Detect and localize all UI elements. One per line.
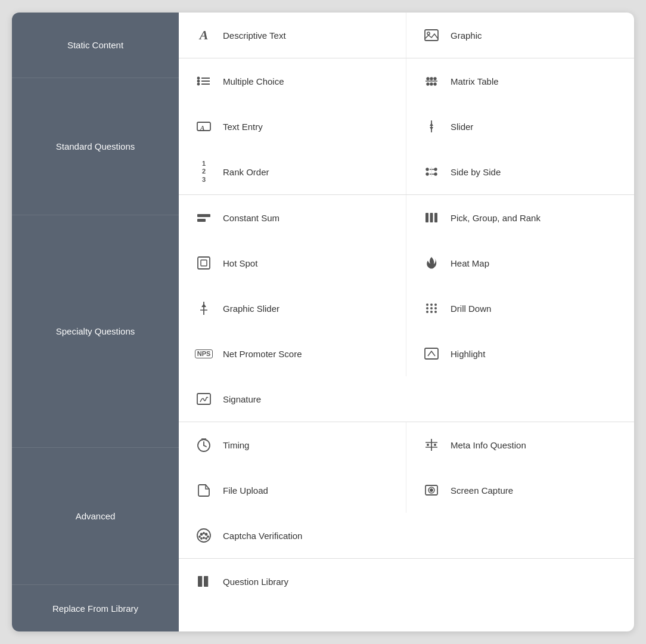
- svg-point-40: [426, 307, 428, 309]
- svg-rect-33: [201, 260, 207, 266]
- label-heat-map: Heat Map: [451, 258, 489, 268]
- fileupload-icon: [193, 479, 215, 501]
- item-pick-group-rank[interactable]: Pick, Group, and Rank: [406, 195, 634, 240]
- item-net-promoter-score[interactable]: NPS Net Promoter Score: [179, 331, 406, 376]
- label-side-by-side: Side by Side: [451, 167, 501, 177]
- svg-point-9: [430, 78, 433, 80]
- rank-icon: 123: [193, 161, 215, 182]
- svg-point-68: [203, 532, 204, 534]
- svg-point-61: [201, 534, 203, 535]
- item-descriptive-text[interactable]: A Descriptive Text: [179, 13, 406, 58]
- graphicslider-icon: [193, 298, 215, 319]
- svg-point-56: [434, 444, 436, 446]
- label-rank-order: Rank Order: [223, 167, 269, 177]
- item-graphic[interactable]: Graphic: [406, 13, 634, 58]
- svg-point-20: [426, 168, 428, 171]
- svg-point-6: [198, 80, 200, 82]
- main-panel: Static Content Standard Questions Specia…: [12, 13, 634, 631]
- item-captcha-verification[interactable]: Captcha Verification: [179, 513, 634, 558]
- flame-icon: [421, 252, 442, 274]
- svg-point-41: [430, 307, 433, 309]
- svg-point-64: [203, 537, 204, 538]
- svg-point-26: [434, 173, 437, 175]
- sidebar-section-specialty-questions: Specialty Questions: [12, 215, 179, 448]
- label-text-entry: Text Entry: [223, 122, 263, 132]
- svg-rect-46: [425, 348, 438, 359]
- list-icon: [193, 70, 215, 92]
- sidebar-section-replace: Replace From Library: [12, 585, 179, 631]
- label-pick-group-rank: Pick, Group, and Rank: [451, 213, 541, 223]
- item-signature[interactable]: Signature: [179, 376, 634, 422]
- label-constant-sum: Constant Sum: [223, 213, 279, 223]
- signature-icon: [193, 388, 215, 410]
- svg-point-5: [198, 78, 200, 79]
- font-icon: A: [193, 24, 215, 46]
- label-drill-down: Drill Down: [451, 304, 491, 314]
- item-hot-spot[interactable]: Hot Spot: [179, 240, 406, 286]
- section-replace-library: Question Library: [179, 559, 634, 604]
- svg-rect-28: [197, 219, 206, 222]
- svg-point-60: [197, 529, 210, 542]
- svg-rect-27: [197, 214, 210, 217]
- item-heat-map[interactable]: Heat Map: [406, 240, 634, 286]
- svg-point-8: [427, 78, 429, 80]
- svg-point-59: [430, 489, 433, 491]
- item-graphic-slider[interactable]: Graphic Slider: [179, 286, 406, 331]
- item-file-upload[interactable]: File Upload: [179, 467, 406, 513]
- svg-point-44: [430, 311, 433, 313]
- books-icon: [193, 571, 215, 592]
- label-net-promoter-score: Net Promoter Score: [223, 349, 302, 359]
- section-advanced: Timing Meta Info Question: [179, 422, 634, 559]
- label-file-upload: File Upload: [223, 485, 268, 496]
- svg-rect-29: [426, 213, 428, 222]
- svg-point-55: [427, 444, 429, 446]
- bars-icon: [421, 207, 442, 228]
- content-area: A Descriptive Text Graphic: [179, 13, 634, 631]
- timing-icon: [193, 434, 215, 456]
- item-highlight[interactable]: Highlight: [406, 331, 634, 376]
- item-rank-order[interactable]: 123 Rank Order: [179, 149, 406, 194]
- section-standard-questions: Multiple Choice Matrix Table: [179, 58, 634, 195]
- item-multiple-choice[interactable]: Multiple Choice: [179, 58, 406, 104]
- item-matrix-table[interactable]: Matrix Table: [406, 58, 634, 104]
- svg-rect-31: [434, 213, 437, 222]
- captcha-icon: [193, 525, 215, 546]
- label-descriptive-text: Descriptive Text: [223, 30, 286, 41]
- svg-rect-0: [425, 30, 438, 41]
- item-meta-info-question[interactable]: Meta Info Question: [406, 422, 634, 467]
- item-question-library[interactable]: Question Library: [179, 559, 634, 604]
- label-graphic: Graphic: [451, 30, 482, 41]
- svg-line-50: [204, 445, 206, 447]
- svg-point-7: [198, 83, 200, 85]
- sidebar-section-standard-questions: Standard Questions: [12, 78, 179, 215]
- svg-marker-18: [430, 123, 433, 126]
- item-text-entry[interactable]: A Text Entry: [179, 104, 406, 149]
- label-captcha-verification: Captcha Verification: [223, 531, 302, 541]
- highlight-icon: [421, 343, 442, 364]
- svg-marker-19: [430, 127, 433, 130]
- section-static-content: A Descriptive Text Graphic: [179, 13, 634, 58]
- label-hot-spot: Hot Spot: [223, 258, 257, 268]
- sidebar-section-advanced: Advanced: [12, 448, 179, 585]
- svg-point-37: [426, 304, 428, 306]
- sidebar-section-static-content: Static Content: [12, 13, 179, 78]
- item-constant-sum[interactable]: Constant Sum: [179, 195, 406, 240]
- item-screen-capture[interactable]: Screen Capture: [406, 467, 634, 513]
- label-matrix-table: Matrix Table: [451, 76, 499, 86]
- nps-icon: NPS: [193, 343, 215, 364]
- label-meta-info-question: Meta Info Question: [451, 440, 526, 450]
- svg-point-67: [206, 538, 207, 539]
- svg-point-38: [430, 304, 433, 306]
- label-multiple-choice: Multiple Choice: [223, 76, 284, 86]
- item-side-by-side[interactable]: Side by Side: [406, 149, 634, 194]
- label-graphic-slider: Graphic Slider: [223, 304, 279, 314]
- svg-point-63: [199, 536, 200, 537]
- item-drill-down[interactable]: Drill Down: [406, 286, 634, 331]
- svg-point-39: [434, 304, 437, 306]
- item-timing[interactable]: Timing: [179, 422, 406, 467]
- drilldown-icon: [421, 298, 442, 319]
- constantsum-icon: [193, 207, 215, 228]
- item-slider[interactable]: Slider: [406, 104, 634, 149]
- label-slider: Slider: [451, 122, 473, 132]
- textbox-icon: A: [193, 116, 215, 137]
